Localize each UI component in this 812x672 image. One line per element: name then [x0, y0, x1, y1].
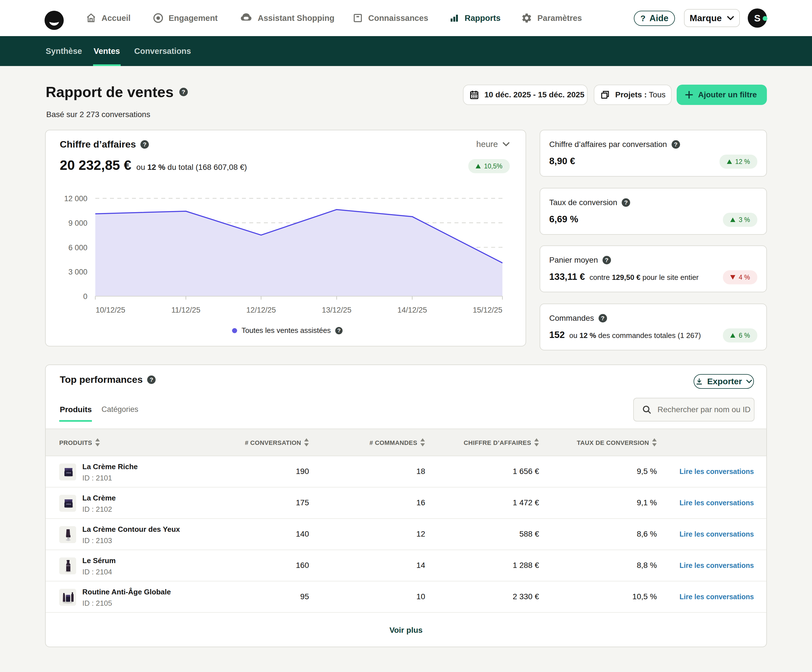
svg-text:12/12/25: 12/12/25 — [246, 306, 276, 314]
svg-text:11/12/25: 11/12/25 — [171, 306, 200, 314]
svg-text:3 000: 3 000 — [68, 268, 87, 276]
svg-text:9 000: 9 000 — [68, 219, 87, 227]
svg-text:13/12/25: 13/12/25 — [322, 306, 351, 314]
svg-text:SÉRUM: SÉRUM — [66, 565, 71, 566]
svg-text:CRÈME: CRÈME — [66, 472, 71, 474]
svg-text:0: 0 — [83, 292, 87, 301]
svg-text:12 000: 12 000 — [64, 194, 87, 203]
svg-text:14/12/25: 14/12/25 — [397, 306, 427, 314]
svg-text:10/12/25: 10/12/25 — [96, 306, 125, 314]
svg-text:6 000: 6 000 — [68, 243, 87, 252]
svg-text:15/12/25: 15/12/25 — [473, 306, 502, 314]
svg-text:CRÈME: CRÈME — [66, 503, 71, 505]
